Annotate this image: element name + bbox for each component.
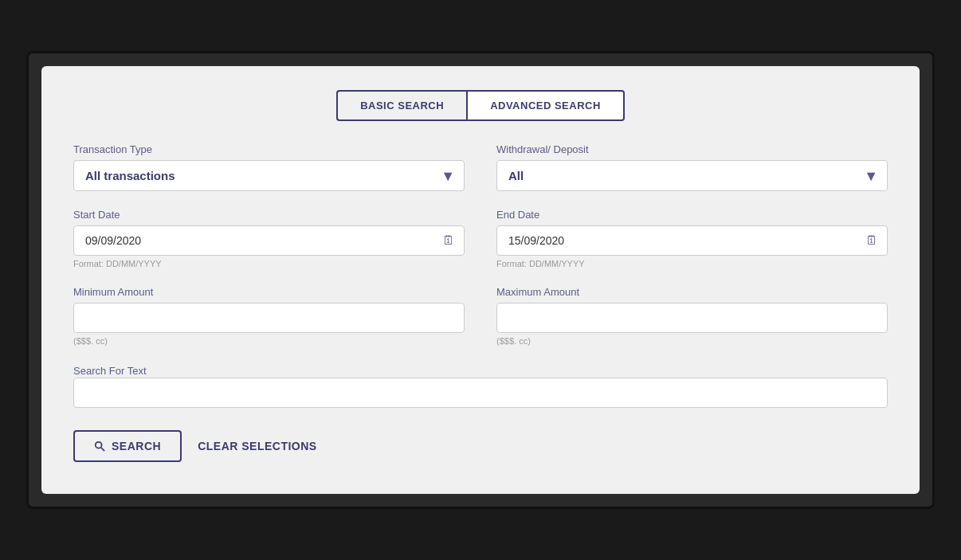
tab-advanced[interactable]: ADVANCED SEARCH xyxy=(466,90,625,121)
label-search-text: Search For Text xyxy=(73,365,147,377)
min-amount-input[interactable] xyxy=(73,303,465,333)
start-date-wrapper: 🗓 xyxy=(73,225,465,256)
group-transaction-type: Transaction Type All transactions Debit … xyxy=(73,143,465,191)
label-withdrawal-deposit: Withdrawal/ Deposit xyxy=(496,143,888,155)
start-date-hint: Format: DD/MM/YYYY xyxy=(73,259,465,268)
start-date-input[interactable] xyxy=(73,225,465,256)
end-date-input[interactable] xyxy=(496,225,888,256)
label-end-date: End Date xyxy=(496,209,888,221)
select-wrapper-transaction-type: All transactions Debit Credit Transfer ▼ xyxy=(73,160,465,191)
outer-frame: BASIC SEARCH ADVANCED SEARCH Transaction… xyxy=(26,51,935,509)
calendar-icon-end[interactable]: 🗓 xyxy=(865,233,878,248)
svg-line-1 xyxy=(101,448,104,451)
select-transaction-type[interactable]: All transactions Debit Credit Transfer xyxy=(73,160,465,191)
end-date-wrapper: 🗓 xyxy=(496,225,888,256)
group-end-date: End Date 🗓 Format: DD/MM/YYYY xyxy=(496,209,888,268)
clear-selections-button[interactable]: CLEAR SELECTIONS xyxy=(198,440,317,452)
button-row: SEARCH CLEAR SELECTIONS xyxy=(73,430,888,462)
group-withdrawal-deposit: Withdrawal/ Deposit All Withdrawal Depos… xyxy=(496,143,888,191)
search-button[interactable]: SEARCH xyxy=(73,430,182,462)
row-dates: Start Date 🗓 Format: DD/MM/YYYY End Date… xyxy=(73,209,888,268)
label-transaction-type: Transaction Type xyxy=(73,143,465,155)
calendar-icon-start[interactable]: 🗓 xyxy=(442,233,455,248)
end-date-hint: Format: DD/MM/YYYY xyxy=(496,259,888,268)
row-amounts: Minimum Amount ($$$. cc) Maximum Amount … xyxy=(73,286,888,346)
label-max-amount: Maximum Amount xyxy=(496,286,888,298)
group-max-amount: Maximum Amount ($$$. cc) xyxy=(496,286,888,346)
label-start-date: Start Date xyxy=(73,209,465,221)
search-icon xyxy=(94,441,105,452)
search-text-input[interactable] xyxy=(73,378,888,408)
row-type-withdrawal: Transaction Type All transactions Debit … xyxy=(73,143,888,191)
max-amount-hint: ($$$. cc) xyxy=(496,336,888,346)
group-search-text: Search For Text xyxy=(73,363,888,408)
select-wrapper-withdrawal-deposit: All Withdrawal Deposit ▼ xyxy=(496,160,888,191)
min-amount-hint: ($$$. cc) xyxy=(73,336,465,346)
select-withdrawal-deposit[interactable]: All Withdrawal Deposit xyxy=(496,160,888,191)
svg-point-0 xyxy=(96,442,102,448)
tab-basic[interactable]: BASIC SEARCH xyxy=(336,90,466,121)
search-card: BASIC SEARCH ADVANCED SEARCH Transaction… xyxy=(41,66,920,494)
max-amount-input[interactable] xyxy=(496,303,888,333)
group-min-amount: Minimum Amount ($$$. cc) xyxy=(73,286,465,346)
group-start-date: Start Date 🗓 Format: DD/MM/YYYY xyxy=(73,209,465,268)
search-tabs: BASIC SEARCH ADVANCED SEARCH xyxy=(73,90,888,121)
label-min-amount: Minimum Amount xyxy=(73,286,465,298)
